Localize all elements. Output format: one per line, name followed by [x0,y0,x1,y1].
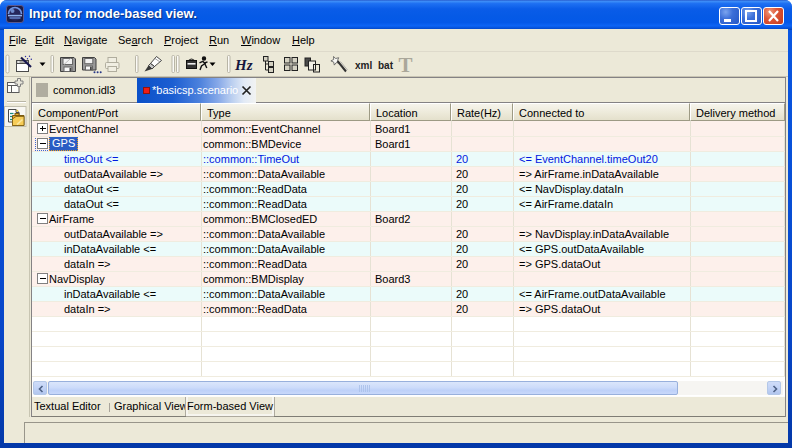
svg-text:Hz: Hz [234,57,253,73]
svg-text:bat: bat [378,60,394,71]
svg-text:T: T [399,53,413,77]
svg-text:xml: xml [355,60,372,71]
